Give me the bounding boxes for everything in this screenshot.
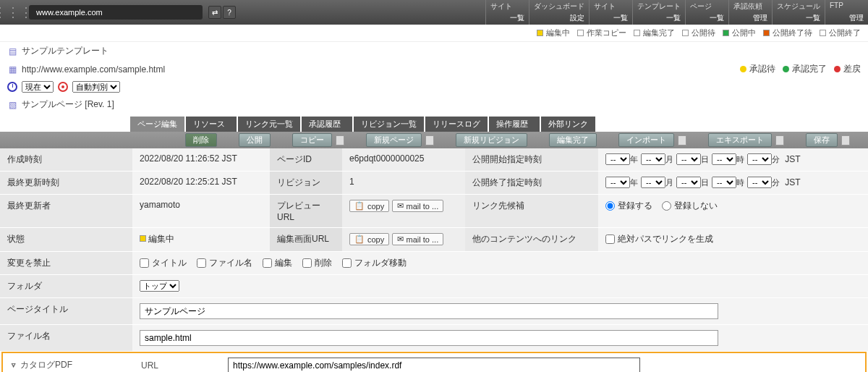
date-min-select[interactable]: -- bbox=[747, 177, 772, 188]
action-button[interactable]: インポート bbox=[618, 133, 674, 147]
nav-tab[interactable]: サイト一覧 bbox=[485, 0, 529, 25]
revision-row: ▧ サンプルページ [Rev. 1] bbox=[0, 96, 868, 114]
status-legend-2: 承認待承認完了差戻 bbox=[733, 63, 861, 75]
editor-tab[interactable]: 承認履歴 bbox=[302, 117, 352, 132]
action-button[interactable]: 新規ページ bbox=[366, 133, 422, 147]
action-button[interactable]: 新規リビジョン bbox=[456, 133, 527, 147]
time-select[interactable]: 現在 bbox=[22, 81, 54, 93]
document-icon bbox=[841, 135, 850, 145]
status-legend-item: 差戻 bbox=[834, 63, 861, 75]
status-legend-item: 公開中 bbox=[723, 28, 756, 38]
document-icon bbox=[336, 135, 344, 145]
nav-tab[interactable]: スケジュール一覧 bbox=[772, 0, 825, 25]
global-nav: サイト一覧ダッシュボード設定サイト一覧テンプレート一覧ページ一覧承認依頼管理スケ… bbox=[485, 0, 868, 25]
preview-copy-button[interactable]: 📋 copy bbox=[349, 200, 389, 212]
template-row: ▤ サンプルテンプレート bbox=[0, 42, 868, 60]
updated-value: 2022/08/20 12:25:21 JST bbox=[132, 172, 270, 195]
judge-select[interactable]: 自動判別 bbox=[72, 81, 120, 93]
time-control-row: 現在 自動判別 bbox=[0, 78, 868, 96]
file-cell bbox=[132, 325, 868, 352]
editor-tab[interactable]: ページ編集 bbox=[130, 117, 184, 132]
url-action-icon[interactable]: ⇄ bbox=[208, 6, 221, 19]
document-icon bbox=[678, 135, 686, 145]
editor-tab[interactable]: リリースログ bbox=[425, 117, 488, 132]
editor-tab[interactable]: 外部リンク bbox=[541, 117, 595, 132]
document-icon bbox=[425, 135, 434, 145]
nochange-label: 変更を禁止 bbox=[0, 252, 132, 275]
preview-url-label: プレビューURL bbox=[270, 195, 342, 228]
editurl-mailto-button[interactable]: ✉ mail to ... bbox=[392, 233, 444, 245]
state-value: 編集中 bbox=[132, 228, 270, 252]
catalog-section-label: ⛛ カタログPDF bbox=[3, 356, 134, 372]
date-h-select[interactable]: -- bbox=[712, 153, 736, 165]
reg-no-radio[interactable]: 登録しない bbox=[662, 200, 718, 212]
clock-icon bbox=[7, 82, 17, 92]
nav-tab[interactable]: FTP管理 bbox=[825, 0, 868, 25]
catalog-url-input[interactable] bbox=[228, 358, 640, 373]
logo-icon: ⋮⋮⋮ bbox=[0, 0, 26, 25]
nochange-checkbox[interactable]: 削除 bbox=[302, 257, 332, 269]
title-input[interactable] bbox=[140, 303, 718, 319]
revision-label: サンプルページ [Rev. 1] bbox=[22, 98, 114, 111]
date-m-select[interactable]: -- bbox=[641, 153, 665, 165]
nav-tab[interactable]: テンプレート一覧 bbox=[632, 0, 685, 25]
pub-end-value: --年--月--日--時--分 JST bbox=[598, 172, 868, 195]
nochange-checkbox[interactable]: フォルダ移動 bbox=[342, 257, 407, 269]
status-legend-item: 公開終了 bbox=[820, 28, 861, 38]
nav-tab[interactable]: ダッシュボード設定 bbox=[529, 0, 589, 25]
editor-tab[interactable]: 操作履歴 bbox=[489, 117, 540, 132]
editor-tab[interactable]: リビジョン一覧 bbox=[354, 117, 424, 132]
action-button[interactable]: 削除 bbox=[185, 133, 217, 147]
rev-value: 1 bbox=[342, 172, 465, 195]
date-y-select[interactable]: -- bbox=[605, 177, 630, 188]
date-m-select[interactable]: -- bbox=[641, 177, 665, 188]
date-h-select[interactable]: -- bbox=[712, 177, 736, 188]
document-icon bbox=[775, 135, 784, 145]
status-legend-1: 編集中作業コピー編集完了公開待公開中公開終了待公開終了 bbox=[0, 25, 868, 42]
editor-tab[interactable]: リンク元一覧 bbox=[238, 117, 300, 132]
date-d-select[interactable]: -- bbox=[676, 153, 701, 165]
action-button[interactable]: コピー bbox=[292, 133, 332, 147]
reg-yes-radio[interactable]: 登録する bbox=[605, 200, 652, 212]
nochange-checkbox[interactable]: ファイル名 bbox=[197, 257, 252, 269]
nochange-checkbox[interactable]: タイトル bbox=[140, 257, 187, 269]
editurl-label: 編集画面URL bbox=[270, 228, 342, 252]
nochange-checkbox[interactable]: 編集 bbox=[263, 257, 292, 269]
file-input[interactable] bbox=[140, 330, 718, 346]
abs-path-checkbox[interactable]: 絶対パスでリンクを生成 bbox=[605, 233, 713, 245]
revision-icon: ▧ bbox=[7, 100, 17, 110]
action-button[interactable]: 公開 bbox=[239, 133, 271, 147]
action-button[interactable]: エキスポート bbox=[708, 133, 772, 147]
pageid-label: ページID bbox=[270, 148, 342, 172]
title-cell bbox=[132, 298, 868, 325]
url-help-icon[interactable]: ? bbox=[223, 6, 236, 19]
editor-tab[interactable]: リソース bbox=[186, 117, 237, 132]
state-label: 状態 bbox=[0, 228, 132, 252]
template-name: サンプルテンプレート bbox=[22, 45, 109, 57]
catalog-pdf-section: ⛛ カタログPDF URL インターバル 秒 bbox=[1, 352, 867, 372]
date-min-select[interactable]: -- bbox=[747, 153, 772, 165]
action-button[interactable]: 保存 bbox=[806, 133, 838, 147]
rev-label: リビジョン bbox=[270, 172, 342, 195]
nav-tab[interactable]: サイト一覧 bbox=[589, 0, 632, 25]
top-bar: ⋮⋮⋮ www.example.com ⇄ ? サイト一覧ダッシュボード設定サイ… bbox=[0, 0, 868, 25]
action-button[interactable]: 編集完了 bbox=[549, 133, 597, 147]
pub-end-label: 公開終了指定時刻 bbox=[465, 172, 598, 195]
editurl-copy-button[interactable]: 📋 copy bbox=[349, 233, 389, 245]
nav-tab[interactable]: 承認依頼管理 bbox=[728, 0, 772, 25]
date-y-select[interactable]: -- bbox=[605, 153, 630, 165]
date-d-select[interactable]: -- bbox=[676, 177, 701, 188]
template-icon: ▤ bbox=[7, 46, 17, 56]
catalog-url-label: URL bbox=[134, 358, 228, 373]
editurl-value: 📋 copy ✉ mail to ... bbox=[342, 228, 465, 252]
preview-mailto-button[interactable]: ✉ mail to ... bbox=[392, 200, 444, 212]
status-legend-item: 作業コピー bbox=[577, 28, 626, 38]
updated-label: 最終更新時刻 bbox=[0, 172, 132, 195]
pub-start-value: --年--月--日--時--分 JST bbox=[598, 148, 868, 172]
nav-tab[interactable]: ページ一覧 bbox=[685, 0, 728, 25]
updater-value: yamamoto bbox=[132, 195, 270, 228]
chevron-down-icon[interactable]: ⛛ bbox=[10, 361, 17, 369]
folder-select[interactable]: トップ bbox=[140, 280, 179, 292]
created-value: 2022/08/20 11:26:52 JST bbox=[132, 148, 270, 172]
property-grid: 作成時刻 2022/08/20 11:26:52 JST ページID e6pdq… bbox=[0, 148, 868, 352]
